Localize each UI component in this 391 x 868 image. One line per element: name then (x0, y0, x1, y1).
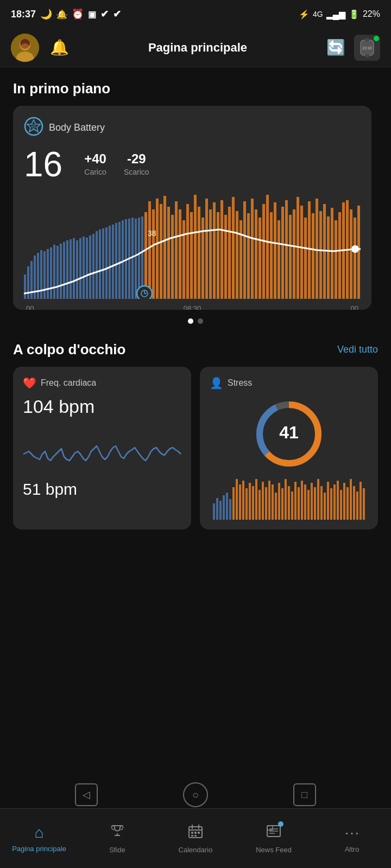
svg-rect-77 (258, 218, 261, 299)
calendar-icon (188, 824, 203, 843)
svg-rect-168 (191, 832, 193, 834)
more-icon: ⋯ (344, 824, 360, 842)
svg-rect-89 (304, 218, 307, 299)
moon-icon: 🌙 (40, 8, 52, 20)
chart-label-mid: 08:30 (184, 304, 201, 310)
svg-rect-148 (320, 486, 323, 520)
check-icon-1: ✔ (100, 8, 109, 20)
svg-rect-74 (247, 213, 250, 299)
notification-bell-icon[interactable]: 🔔 (50, 39, 69, 56)
svg-rect-177 (267, 826, 273, 830)
see-all-button[interactable]: Vedi tutto (337, 344, 378, 355)
nav-item-news-feed[interactable]: News Feed (235, 809, 313, 868)
body-battery-card[interactable]: Body Battery 16 +40 Carico -29 Scarico (13, 106, 371, 310)
svg-rect-11 (27, 266, 29, 299)
svg-rect-37 (112, 225, 114, 299)
svg-rect-75 (251, 199, 254, 299)
svg-rect-72 (239, 220, 242, 299)
svg-rect-5 (365, 38, 369, 41)
svg-rect-88 (300, 206, 303, 299)
nav-label-home: Pagina principale (12, 845, 66, 853)
svg-rect-21 (60, 244, 62, 299)
svg-rect-145 (311, 483, 313, 520)
page-title: Pagina principale (148, 41, 247, 55)
recents-button[interactable]: □ (293, 783, 316, 806)
charge-stat: +40 Carico (84, 151, 106, 176)
svg-rect-44 (135, 219, 137, 299)
svg-rect-39 (118, 222, 121, 299)
heart-rate-card[interactable]: ❤️ Freq. cardiaca 104 bpm 51 bpm (13, 367, 191, 529)
svg-text:22:10: 22:10 (362, 46, 372, 50)
svg-point-9 (31, 124, 36, 129)
svg-rect-34 (102, 228, 104, 299)
svg-rect-159 (356, 492, 358, 520)
news-feed-icon-container (266, 824, 281, 843)
svg-rect-127 (252, 486, 254, 520)
stress-card[interactable]: 👤 Stress 41 (200, 367, 378, 529)
svg-rect-158 (353, 486, 355, 520)
svg-rect-155 (343, 483, 345, 520)
svg-rect-69 (228, 207, 231, 299)
svg-rect-134 (275, 493, 277, 520)
svg-text:41: 41 (279, 423, 299, 442)
user-avatar[interactable] (11, 34, 39, 62)
status-left: 18:37 🌙 🔔 ⏰ ▣ ✔ ✔ (11, 8, 121, 20)
svg-rect-160 (360, 482, 362, 520)
svg-rect-86 (293, 209, 295, 299)
nav-item-calendario[interactable]: Calendario (156, 809, 235, 868)
pagination-dots (0, 318, 391, 324)
svg-rect-80 (270, 212, 273, 299)
home-icon: ⌂ (35, 824, 44, 841)
nav-item-altro[interactable]: ⋯ Altro (313, 809, 391, 868)
nav-label-sfide: Sfide (109, 846, 125, 854)
svg-rect-132 (268, 481, 270, 520)
svg-rect-35 (105, 227, 108, 299)
svg-rect-65 (213, 202, 216, 299)
body-battery-stats: 16 +40 Carico -29 Scarico (24, 147, 361, 182)
svg-rect-130 (262, 482, 264, 520)
svg-rect-6 (365, 54, 369, 58)
svg-rect-154 (340, 490, 342, 520)
svg-rect-118 (223, 495, 225, 520)
trophy-icon (110, 824, 125, 843)
heart-rate-chart (23, 422, 181, 476)
svg-rect-64 (209, 209, 212, 299)
svg-rect-133 (272, 484, 274, 520)
svg-rect-76 (255, 209, 257, 299)
home-button[interactable]: ○ (183, 782, 208, 807)
svg-rect-54 (171, 215, 174, 299)
app-header: 🔔 Pagina principale 🔄 22:10 (0, 28, 391, 67)
heart-rate-current: 104 bpm (23, 396, 181, 417)
heart-icon: ❤️ (23, 376, 36, 390)
svg-rect-85 (289, 215, 292, 299)
news-notification-badge (278, 821, 283, 827)
svg-rect-23 (66, 240, 68, 299)
gesture-nav-bar: ◁ ○ □ (0, 781, 391, 808)
svg-rect-81 (274, 202, 276, 299)
svg-rect-171 (191, 835, 193, 837)
svg-rect-147 (317, 479, 319, 520)
svg-rect-84 (285, 200, 288, 299)
svg-rect-30 (89, 235, 91, 299)
svg-rect-156 (346, 487, 349, 520)
watch-device-icon[interactable]: 22:10 (354, 35, 380, 61)
svg-rect-18 (50, 247, 52, 299)
refresh-button[interactable]: 🔄 (326, 39, 345, 56)
heart-rate-min: 51 bpm (23, 480, 181, 499)
svg-rect-20 (56, 246, 59, 299)
svg-rect-96 (331, 208, 333, 299)
svg-rect-57 (182, 220, 185, 299)
svg-rect-59 (190, 212, 193, 299)
check-icon-2: ✔ (113, 8, 121, 20)
svg-rect-140 (294, 482, 297, 520)
nav-label-calendario: Calendario (179, 846, 213, 854)
svg-rect-125 (245, 488, 248, 520)
nav-item-home[interactable]: ⌂ Pagina principale (0, 809, 78, 868)
svg-rect-122 (236, 479, 238, 520)
svg-rect-78 (262, 204, 265, 299)
back-button[interactable]: ◁ (75, 783, 98, 806)
svg-rect-126 (249, 483, 251, 520)
nav-item-sfide[interactable]: Sfide (78, 809, 156, 868)
svg-rect-124 (242, 481, 244, 520)
svg-rect-48 (148, 201, 151, 299)
